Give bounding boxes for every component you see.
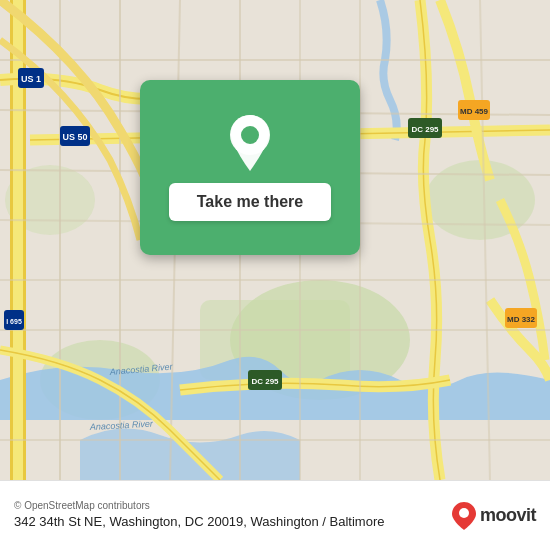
svg-text:DC 295: DC 295 [251,377,279,386]
moovit-brand-text: moovit [480,505,536,526]
svg-point-43 [459,508,469,518]
info-left: © OpenStreetMap contributors 342 34th St… [14,500,384,531]
take-me-there-button[interactable]: Take me there [169,183,331,221]
moovit-logo[interactable]: moovit [452,502,536,530]
address-text: 342 34th St NE, Washington, DC 20019, Wa… [14,513,384,531]
svg-point-42 [241,126,259,144]
svg-rect-7 [10,0,13,480]
osm-credit: © OpenStreetMap contributors [14,500,384,511]
location-pin-icon [226,115,274,171]
info-bar: © OpenStreetMap contributors 342 34th St… [0,480,550,550]
location-card: Take me there [140,80,360,255]
svg-text:US 50: US 50 [62,132,87,142]
svg-point-4 [425,160,535,240]
map-container: US 1 US 50 US 50 DC 295 DC 295 MD 459 MD… [0,0,550,480]
svg-text:I 695: I 695 [6,318,22,325]
svg-text:MD 459: MD 459 [460,107,489,116]
svg-text:US 1: US 1 [21,74,41,84]
svg-text:DC 295: DC 295 [411,125,439,134]
svg-text:MD 332: MD 332 [507,315,536,324]
moovit-pin-icon [452,502,476,530]
